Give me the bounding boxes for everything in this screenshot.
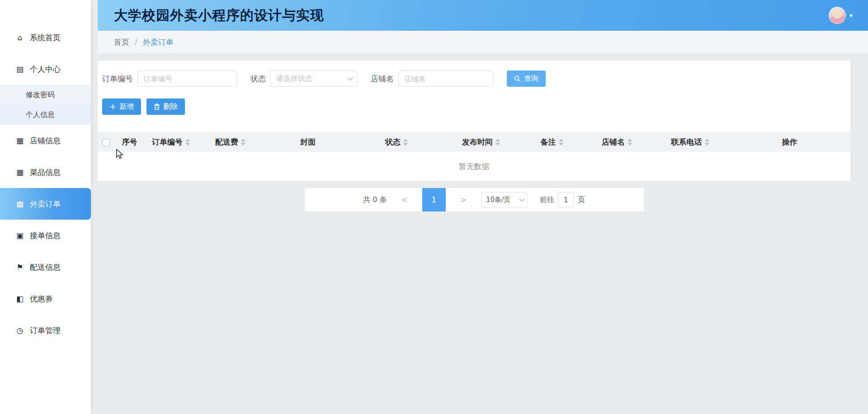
- shop-name-label: 店铺名: [371, 74, 394, 84]
- sort-icon: [627, 139, 632, 146]
- sidebar-item-home[interactable]: ⌂ 系统首页: [0, 22, 91, 53]
- main-area: 大学校园外卖小程序的设计与实现 ▾ 首页 / 外卖订单 订单编号: [91, 0, 868, 414]
- col-shop-name[interactable]: 店铺名: [582, 132, 651, 152]
- goto-prefix: 前往: [540, 195, 554, 205]
- plus-icon: +: [109, 103, 116, 111]
- sidebar-item-order-management[interactable]: ◷ 订单管理: [0, 315, 91, 346]
- sort-icon: [185, 139, 190, 146]
- app-root: ⌂ 系统首页 ▤ 个人中心 修改密码 个人信息 ▦ 店铺信息 ▦ 菜品信息 ▦ …: [0, 0, 868, 414]
- pagination-goto: 前往 页: [540, 192, 585, 207]
- grid-icon: ▦: [15, 199, 24, 208]
- select-all-header: [98, 132, 114, 152]
- orders-table: 序号 订单编号 配送费: [98, 132, 850, 152]
- grid-icon: ▦: [15, 136, 24, 145]
- sort-icon: [495, 139, 500, 146]
- toolbar: + 新增 删除: [98, 99, 850, 115]
- chart-icon: ◧: [15, 294, 24, 303]
- col-order-no[interactable]: 订单编号: [145, 132, 197, 152]
- order-no-label: 订单编号: [102, 74, 133, 84]
- card-icon: ▤: [15, 65, 24, 74]
- sidebar-item-label: 配送信息: [30, 262, 61, 273]
- status-select[interactable]: 请选择状态: [270, 71, 357, 87]
- col-delivery-fee[interactable]: 配送费: [197, 132, 264, 152]
- flag-icon: ⚑: [15, 263, 24, 272]
- col-publish-time[interactable]: 发布时间: [441, 132, 521, 152]
- sidebar-item-personal-info[interactable]: 个人信息: [0, 105, 91, 125]
- sidebar-item-personal-center[interactable]: ▤ 个人中心: [0, 53, 91, 85]
- chevron-down-icon: [347, 75, 353, 81]
- sidebar-item-delivery-info[interactable]: ⚑ 配送信息: [0, 251, 91, 283]
- col-remark[interactable]: 备注: [521, 132, 582, 152]
- select-all-checkbox[interactable]: [102, 139, 110, 146]
- content: 订单编号 状态 请选择状态 店铺名: [98, 53, 868, 212]
- col-phone[interactable]: 联系电话: [651, 132, 729, 152]
- pagination-next-button[interactable]: >: [458, 195, 469, 204]
- shop-name-input[interactable]: [398, 71, 493, 87]
- search-button[interactable]: 查询: [507, 71, 546, 87]
- sort-icon: [705, 139, 709, 146]
- sidebar-item-label: 外卖订单: [30, 199, 61, 209]
- col-cover: 封面: [264, 132, 352, 152]
- sidebar-item-label: 个人中心: [30, 64, 61, 75]
- user-avatar: [829, 7, 846, 24]
- sidebar-item-change-password[interactable]: 修改密码: [0, 85, 91, 105]
- breadcrumb-current: 外卖订单: [143, 37, 174, 47]
- sort-icon: [559, 139, 563, 146]
- trash-icon: [154, 104, 160, 110]
- pagination-wrap: 共 0 条 < 1 > 10条/页 前往 页: [98, 188, 850, 212]
- sidebar-item-label: 订单管理: [30, 325, 61, 336]
- sidebar-item-label: 优惠券: [30, 294, 53, 304]
- home-icon: ⌂: [15, 33, 24, 42]
- order-no-input[interactable]: [137, 71, 237, 87]
- search-icon: [514, 75, 521, 82]
- empty-state: 暂无数据: [98, 152, 850, 181]
- pagination-page-1[interactable]: 1: [422, 188, 446, 212]
- add-button[interactable]: + 新增: [102, 99, 141, 115]
- pagination-prev-button[interactable]: <: [398, 195, 410, 204]
- chevron-down-icon: [519, 196, 525, 202]
- filter-bar: 订单编号 状态 请选择状态 店铺名: [98, 71, 850, 87]
- add-button-label: 新增: [119, 102, 134, 112]
- sidebar-item-label: 系统首页: [30, 33, 61, 43]
- sidebar: ⌂ 系统首页 ▤ 个人中心 修改密码 个人信息 ▦ 店铺信息 ▦ 菜品信息 ▦ …: [0, 0, 91, 414]
- col-actions: 操作: [729, 132, 850, 152]
- search-button-label: 查询: [524, 74, 538, 84]
- breadcrumb: 首页 / 外卖订单: [98, 31, 868, 53]
- delete-button-label: 删除: [163, 102, 178, 112]
- sort-icon: [241, 139, 245, 146]
- sidebar-item-label: 菜品信息: [30, 167, 61, 178]
- empty-text: 暂无数据: [459, 161, 490, 172]
- col-index: 序号: [114, 132, 145, 152]
- chevron-down-icon: ▾: [849, 12, 853, 19]
- header: 大学校园外卖小程序的设计与实现 ▾: [98, 0, 868, 31]
- page-size-select[interactable]: 10条/页: [481, 192, 528, 207]
- sidebar-item-coupons[interactable]: ◧ 优惠券: [0, 283, 91, 315]
- page-size-value: 10条/页: [486, 196, 510, 204]
- sort-icon: [403, 139, 408, 146]
- sidebar-item-label: 个人信息: [26, 110, 55, 120]
- status-placeholder: 请选择状态: [276, 74, 312, 84]
- goto-page-input[interactable]: [558, 192, 574, 207]
- sidebar-item-label: 接单信息: [30, 231, 61, 241]
- sidebar-item-label: 店铺信息: [30, 136, 61, 146]
- sidebar-item-label: 修改密码: [26, 90, 55, 100]
- sidebar-item-takeout-orders[interactable]: ▦ 外卖订单: [0, 188, 91, 220]
- message-icon: ▣: [15, 231, 24, 240]
- pagination: 共 0 条 < 1 > 10条/页 前往 页: [305, 188, 644, 212]
- breadcrumb-separator: /: [135, 38, 137, 47]
- clock-icon: ◷: [15, 326, 24, 335]
- page-title: 大学校园外卖小程序的设计与实现: [114, 6, 324, 25]
- user-menu[interactable]: ▾: [829, 7, 853, 24]
- goto-suffix: 页: [578, 195, 585, 205]
- status-label: 状态: [250, 74, 266, 84]
- table-header-row: 序号 订单编号 配送费: [98, 132, 850, 152]
- breadcrumb-home[interactable]: 首页: [114, 37, 129, 47]
- sidebar-item-dish-info[interactable]: ▦ 菜品信息: [0, 156, 91, 188]
- sidebar-item-order-taking-info[interactable]: ▣ 接单信息: [0, 220, 91, 251]
- col-status[interactable]: 状态: [352, 132, 441, 152]
- grid-icon: ▦: [15, 168, 24, 177]
- sidebar-item-shop-info[interactable]: ▦ 店铺信息: [0, 125, 91, 156]
- pagination-total: 共 0 条: [363, 195, 387, 205]
- orders-panel: 订单编号 状态 请选择状态 店铺名: [98, 61, 850, 181]
- delete-button[interactable]: 删除: [146, 99, 185, 115]
